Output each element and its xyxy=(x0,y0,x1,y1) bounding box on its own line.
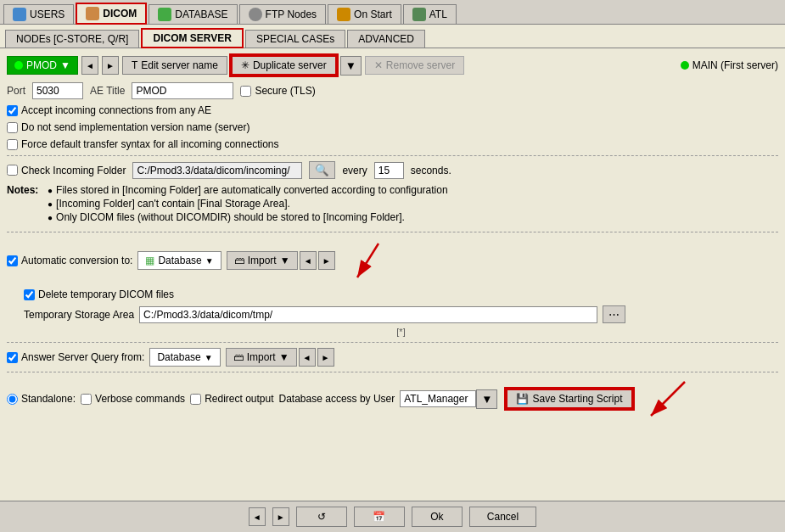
temp-storage-browse-button[interactable]: ⋯ xyxy=(603,305,625,323)
answer-query-checkbox[interactable] xyxy=(7,352,18,363)
tab-database[interactable]: DATABASE xyxy=(149,4,237,24)
duplicate-icon: ✳ xyxy=(241,59,250,71)
check-incoming-label[interactable]: Check Incoming Folder xyxy=(7,165,126,176)
separator-1 xyxy=(7,155,778,156)
footer: ◄ ► ↺ 📅 Ok Cancel xyxy=(0,501,785,532)
incoming-path-input[interactable] xyxy=(132,162,302,179)
query-import-next-button[interactable]: ► xyxy=(317,348,334,367)
users-icon xyxy=(13,8,26,21)
import-button[interactable]: 🗃 Import ▼ xyxy=(227,251,298,270)
accept-checkbox-label[interactable]: Accept incoming connections from any AE xyxy=(7,104,211,116)
notes-section: Notes: ● Files stored in [Incoming Folde… xyxy=(7,184,778,225)
auto-conversion-checkbox[interactable] xyxy=(7,255,18,266)
database-dropdown[interactable]: ▦ Database ▼ xyxy=(137,251,221,270)
browse-icon: ⋯ xyxy=(608,308,620,321)
query-import-prev-button[interactable]: ◄ xyxy=(299,348,316,367)
footer-calendar-button[interactable]: 📅 xyxy=(354,507,405,527)
duplicate-server-arrow[interactable]: ▼ xyxy=(340,56,362,76)
footer-next-button[interactable]: ► xyxy=(272,507,289,526)
query-import-button[interactable]: 🗃 Import ▼ xyxy=(226,348,297,367)
atl-icon xyxy=(412,8,426,21)
note-item-1: ● Files stored in [Incoming Folder] are … xyxy=(48,184,778,196)
accept-checkbox[interactable] xyxy=(7,105,18,116)
sub-tab-specialcases[interactable]: SPECIAL CASEs xyxy=(245,30,345,48)
port-row: Port AE Title Secure (TLS) xyxy=(7,82,778,99)
auto-conversion-label[interactable]: Automatic conversion to: xyxy=(7,255,132,266)
delete-temp-row: Delete temporary DICOM files xyxy=(24,288,778,300)
remove-server-button[interactable]: ✕ Remove server xyxy=(365,56,464,75)
db-user-input[interactable] xyxy=(400,390,476,407)
tab-users[interactable]: USERS xyxy=(3,4,74,24)
onstart-icon xyxy=(337,8,350,21)
note-item-2: ● [Incoming Folder] can't contain [Final… xyxy=(48,198,778,210)
verbose-checkbox[interactable] xyxy=(81,394,92,405)
no-impl-checkbox[interactable] xyxy=(7,122,18,133)
sub-tab-dicomserver[interactable]: DICOM SERVER xyxy=(141,28,243,48)
import-prev-button[interactable]: ◄ xyxy=(300,251,317,270)
delete-temp-label[interactable]: Delete temporary DICOM files xyxy=(24,288,174,300)
standalone-radio-label[interactable]: Standalone: xyxy=(7,393,76,405)
delete-temp-checkbox[interactable] xyxy=(24,289,35,300)
main-container: USERS DICOM DATABASE FTP Nodes On Start … xyxy=(0,0,785,532)
secure-tls-checkbox[interactable] xyxy=(240,86,251,97)
ftp-icon xyxy=(249,8,262,21)
binoculars-icon: 🔍 xyxy=(315,164,329,176)
footer-prev-button[interactable]: ◄ xyxy=(249,507,266,526)
svg-line-3 xyxy=(651,382,685,416)
ok-button[interactable]: Ok xyxy=(412,507,463,527)
port-input[interactable] xyxy=(32,82,83,99)
temp-storage-input[interactable] xyxy=(139,306,597,323)
incoming-browse-button[interactable]: 🔍 xyxy=(309,161,335,179)
server-prev-button[interactable]: ◄ xyxy=(81,56,98,75)
sub-tab-advanced[interactable]: ADVANCED xyxy=(347,30,425,48)
dicom-icon xyxy=(86,7,99,20)
edit-server-name-button[interactable]: T Edit server name xyxy=(122,56,227,75)
db-dropdown-arrow-icon: ▼ xyxy=(205,256,214,266)
tab-onstart[interactable]: On Start xyxy=(328,4,401,24)
force-transfer-checkbox[interactable] xyxy=(7,139,18,150)
import-group: 🗃 Import ▼ ◄ ► xyxy=(227,251,335,270)
footer-refresh-button[interactable]: ↺ xyxy=(296,507,347,527)
import-icon: 🗃 xyxy=(234,255,244,266)
ae-title-input[interactable] xyxy=(132,82,233,99)
force-transfer-checkbox-label[interactable]: Force default transfer syntax for all in… xyxy=(7,138,278,150)
import-next-button[interactable]: ► xyxy=(318,251,335,270)
server-next-button[interactable]: ► xyxy=(102,56,119,75)
every-seconds-input[interactable] xyxy=(374,162,404,179)
tab-atl[interactable]: ATL xyxy=(403,4,457,24)
status-dot xyxy=(681,61,689,70)
asterisk-note: [*] xyxy=(24,327,778,337)
verbose-checkbox-label[interactable]: Verbose commands xyxy=(81,393,185,405)
temp-storage-row: Temporary Storage Area ⋯ xyxy=(24,305,778,323)
force-transfer-row: Force default transfer syntax for all in… xyxy=(7,138,778,150)
port-label: Port xyxy=(7,85,25,97)
standalone-radio[interactable] xyxy=(7,394,18,405)
temp-storage-label: Temporary Storage Area xyxy=(24,309,134,321)
server-name-dropdown[interactable]: PMOD ▼ xyxy=(7,56,78,75)
answer-query-label[interactable]: Answer Server Query from: xyxy=(7,351,144,363)
edit-icon: T xyxy=(132,59,137,71)
check-incoming-checkbox[interactable] xyxy=(7,165,18,176)
query-db-dropdown[interactable]: Database ▼ xyxy=(149,348,220,367)
bottom-bar: Standalone: Verbose commands Redirect ou… xyxy=(7,372,778,420)
tab-ftp[interactable]: FTP Nodes xyxy=(239,4,326,24)
duplicate-server-button[interactable]: ✳ Duplicate server xyxy=(231,55,337,76)
query-row: Answer Server Query from: Database ▼ 🗃 I… xyxy=(7,342,778,367)
note-item-3: ● Only DICOM files (without DICOMDIR) sh… xyxy=(48,211,778,223)
db-user-arrow-button[interactable]: ▼ xyxy=(476,389,497,409)
redirect-checkbox[interactable] xyxy=(190,394,201,405)
annotation-arrow-1 xyxy=(340,239,391,282)
tab-dicom[interactable]: DICOM xyxy=(76,3,147,25)
annotation-arrow-2 xyxy=(638,378,689,420)
redirect-checkbox-label[interactable]: Redirect output xyxy=(190,393,273,405)
notes-content: ● Files stored in [Incoming Folder] are … xyxy=(48,184,778,225)
query-db-arrow-icon: ▼ xyxy=(205,353,213,362)
server-active-dot xyxy=(14,61,23,70)
sub-tab-nodes[interactable]: NODEs [C-STORE, Q/R] xyxy=(5,30,139,48)
cancel-button[interactable]: Cancel xyxy=(469,507,536,527)
secure-tls-checkbox-label[interactable]: Secure (TLS) xyxy=(240,85,315,97)
remove-icon: ✕ xyxy=(374,59,383,71)
no-impl-checkbox-label[interactable]: Do not send implementation version name … xyxy=(7,121,250,133)
save-script-icon: 💾 xyxy=(516,393,529,405)
save-starting-script-button[interactable]: 💾 Save Starting Script xyxy=(506,389,632,409)
